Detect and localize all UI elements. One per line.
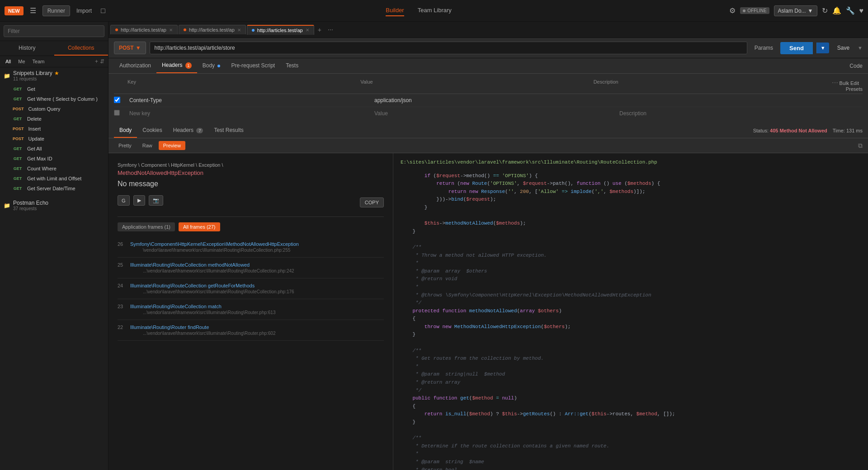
view-pretty[interactable]: Pretty xyxy=(114,141,136,150)
request-update[interactable]: POST Update xyxy=(0,134,108,144)
copy-error-button[interactable]: COPY xyxy=(360,197,384,207)
builder-nav[interactable]: Builder xyxy=(386,5,404,16)
url-input[interactable] xyxy=(150,42,747,54)
resp-tab-test-results[interactable]: Test Results xyxy=(208,123,249,138)
save-button[interactable]: Save xyxy=(833,43,854,53)
heart-icon[interactable]: ♥ xyxy=(859,7,864,15)
send-dropdown-button[interactable]: ▼ xyxy=(816,42,829,53)
method-arrow-icon: ▼ xyxy=(136,45,141,51)
bulk-edit-button[interactable]: Bulk Edit xyxy=(840,80,859,86)
params-button[interactable]: Params xyxy=(751,43,777,53)
collection-snippets[interactable]: 📁 Snippets Library ★ 11 requests xyxy=(0,67,108,84)
code-line-30: { xyxy=(401,403,861,411)
tab-close-1[interactable]: ✕ xyxy=(169,28,173,33)
header-value-new[interactable] xyxy=(373,109,618,118)
tab-2[interactable]: http://larticles.test/ap ✕ xyxy=(179,25,246,34)
tab-headers[interactable]: Headers 1 xyxy=(156,58,197,73)
more-options-icon[interactable]: ⋯ xyxy=(832,79,838,86)
filter-all[interactable]: All xyxy=(4,58,13,65)
request-get-max-id[interactable]: GET Get Max ID xyxy=(0,154,108,164)
view-tabs: Pretty Raw Preview ⧉ xyxy=(108,138,868,153)
filter-me[interactable]: Me xyxy=(16,58,27,65)
app-frames-button[interactable]: Application frames (1) xyxy=(118,222,175,231)
tab-history[interactable]: History xyxy=(0,41,54,56)
header-value-0[interactable] xyxy=(373,96,618,104)
request-get-server-date[interactable]: GET Get Server Date/Time xyxy=(0,183,108,193)
frame-num-3: 23 xyxy=(118,304,127,309)
method-badge: POST xyxy=(11,126,26,132)
header-checkbox-new[interactable] xyxy=(114,110,120,116)
dropdown-arrow-icon: ▼ xyxy=(808,8,813,14)
tab-body[interactable]: Body xyxy=(197,59,226,73)
new-folder-icon[interactable]: + xyxy=(95,58,98,65)
search-input[interactable] xyxy=(4,25,104,37)
code-line-1: if ($request->method() == 'OPTIONS') { xyxy=(401,172,861,180)
top-right-actions: ⚙ OFFLINE Aslam Do... ▼ ↻ 🔔 🔧 ♥ xyxy=(729,5,863,16)
user-menu[interactable]: Aslam Do... ▼ xyxy=(774,5,817,16)
new-button[interactable]: NEW xyxy=(5,6,24,15)
request-get-limit-offset[interactable]: GET Get with Limit and Offset xyxy=(0,174,108,183)
share-icon-button[interactable]: 📷 xyxy=(149,195,163,206)
tab-tests[interactable]: Tests xyxy=(280,59,304,73)
request-insert[interactable]: POST Insert xyxy=(0,124,108,134)
request-custom-query[interactable]: POST Custom Query xyxy=(0,104,108,114)
tab-authorization[interactable]: Authorization xyxy=(114,59,156,73)
import-button[interactable]: Import xyxy=(74,6,94,16)
presets-button[interactable]: Presets xyxy=(846,86,863,92)
collection-postman-echo[interactable]: 📁 Postman Echo 37 requests xyxy=(0,197,108,214)
all-frames-button[interactable]: All frames (27) xyxy=(179,222,220,231)
resp-headers-badge: 7 xyxy=(196,128,203,133)
code-line-10: /** xyxy=(401,244,861,252)
resp-tab-headers[interactable]: Headers 7 xyxy=(168,123,209,138)
request-get-all[interactable]: GET Get All xyxy=(0,144,108,154)
tab-collections[interactable]: Collections xyxy=(54,41,108,56)
stack-frame-4[interactable]: 22 Illuminate\Routing\Router findRoute .… xyxy=(118,320,384,341)
request-delete[interactable]: GET Delete xyxy=(0,114,108,124)
header-desc-0[interactable] xyxy=(618,96,863,104)
google-icon-button[interactable]: G xyxy=(118,195,130,206)
add-tab-button[interactable]: + xyxy=(315,24,324,35)
resp-tab-cookies[interactable]: Cookies xyxy=(137,123,167,138)
layout-button[interactable]: □ xyxy=(98,5,108,17)
frames-toolbar: Application frames (1) All frames (27) xyxy=(118,216,384,231)
tools-icon[interactable]: 🔧 xyxy=(846,6,855,15)
code-line-37: * @param string $name xyxy=(401,458,861,466)
settings-icon[interactable]: ⚙ xyxy=(729,6,736,15)
request-get-where[interactable]: GET Get Where ( Select by Column ) xyxy=(0,94,108,104)
copy-button[interactable]: ⧉ xyxy=(858,142,863,150)
sidebar-toggle-button[interactable]: ☰ xyxy=(27,5,39,17)
header-key-new[interactable] xyxy=(127,109,373,118)
frame-class-4: Illuminate\Routing\Router findRoute xyxy=(130,324,384,330)
tab-3[interactable]: http://larticles.test/ap ✕ xyxy=(247,25,314,35)
tab-1[interactable]: http://larticles.test/ap ✕ xyxy=(110,25,178,34)
refresh-icon[interactable]: ↻ xyxy=(822,6,828,15)
team-library-nav[interactable]: Team Library xyxy=(418,5,452,16)
header-key-0[interactable] xyxy=(127,96,373,104)
save-arrow-icon[interactable]: ▼ xyxy=(858,45,863,51)
header-checkbox-0[interactable] xyxy=(114,97,120,103)
stack-frame-1[interactable]: 25 Illuminate\Routing\RouteCollection me… xyxy=(118,258,384,278)
request-count-where[interactable]: GET Count Where xyxy=(0,164,108,174)
notification-icon[interactable]: 🔔 xyxy=(832,6,841,15)
tab-pre-request[interactable]: Pre-request Script xyxy=(226,59,280,73)
stack-frame-2[interactable]: 24 Illuminate\Routing\RouteCollection ge… xyxy=(118,278,384,299)
view-preview[interactable]: Preview xyxy=(159,141,185,150)
info-icon-button[interactable]: ▶ xyxy=(133,195,145,206)
body-dot xyxy=(217,65,220,67)
view-raw[interactable]: Raw xyxy=(138,141,157,150)
code-link[interactable]: Code xyxy=(849,63,863,69)
stack-frame-3[interactable]: 23 Illuminate\Routing\RouteCollection ma… xyxy=(118,299,384,320)
method-select[interactable]: POST ▼ xyxy=(114,42,146,54)
resp-tab-body[interactable]: Body xyxy=(114,123,137,138)
header-desc-new[interactable] xyxy=(618,109,863,118)
stack-frame-0[interactable]: 26 Symfony\Component\HttpKernel\Exceptio… xyxy=(118,237,384,258)
tab-close-2[interactable]: ✕ xyxy=(237,28,241,33)
more-tabs-button[interactable]: ⋯ xyxy=(325,25,336,35)
tab-close-3[interactable]: ✕ xyxy=(306,28,309,33)
request-get[interactable]: GET Get xyxy=(0,84,108,94)
code-line-19: { xyxy=(401,315,861,323)
sort-icon[interactable]: ⇵ xyxy=(100,58,104,65)
runner-button[interactable]: Runner xyxy=(42,5,70,16)
filter-team[interactable]: Team xyxy=(31,58,47,65)
send-button[interactable]: Send xyxy=(780,42,813,54)
